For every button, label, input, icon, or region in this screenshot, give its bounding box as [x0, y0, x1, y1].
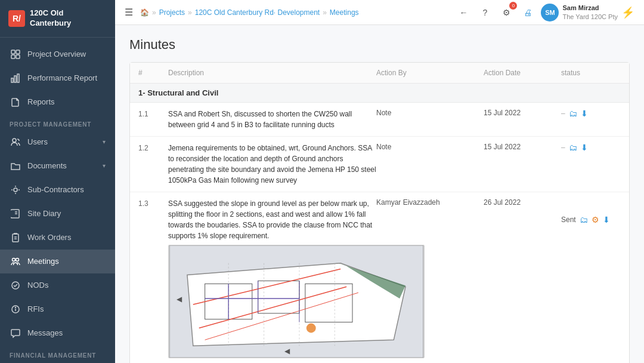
sidebar-item-label: Documents	[27, 161, 103, 170]
col-description: Description	[168, 69, 376, 77]
row-action-by: Note	[376, 109, 484, 117]
sidebar-navigation: Project Overview Performance Report Repo…	[0, 38, 115, 363]
sidebar-item-documents[interactable]: Documents ▾	[0, 154, 115, 178]
svg-point-15	[16, 258, 19, 261]
col-num: #	[138, 69, 168, 77]
book-icon	[10, 208, 21, 220]
download-icon[interactable]: ⬇	[581, 109, 588, 118]
row-action-date: 15 Jul 2022	[484, 143, 561, 151]
svg-point-19	[16, 307, 16, 307]
sidebar-item-reports[interactable]: Reports	[0, 90, 115, 114]
row-number: 1.3	[138, 198, 168, 241]
meetings-icon	[10, 256, 21, 267]
help-button[interactable]: ?	[476, 4, 493, 21]
row-number: 1.2	[138, 143, 168, 152]
row-action-icons: 🗂 ⬇	[569, 143, 588, 152]
sidebar-item-nods[interactable]: NODs	[0, 273, 115, 297]
sidebar-item-label: Performance Report	[27, 73, 106, 82]
row-action-date: 15 Jul 2022	[484, 109, 561, 117]
floor-plan-image: ◀ ◀	[168, 245, 425, 358]
settings-badge-container: ⚙ 0	[498, 4, 515, 21]
svg-point-7	[13, 139, 16, 142]
home-icon[interactable]: 🏠	[140, 8, 149, 17]
row-status-cell: – 🗂 ⬇	[561, 143, 621, 152]
sidebar-item-performance-report[interactable]: Performance Report	[0, 66, 115, 90]
sidebar-item-label: Sub-Contractors	[27, 185, 106, 194]
sidebar-item-rfis[interactable]: RFIs	[0, 297, 115, 321]
sidebar-item-label: Users	[27, 137, 103, 146]
section-financial-management: FINANCIAL MANAGEMENT	[0, 345, 115, 361]
row-action-icons: 🗂 ⚙ ⬇	[580, 215, 610, 224]
svg-rect-6	[17, 74, 19, 82]
breadcrumb: 🏠 » Projects » 120C Old Canterbury Rd· D…	[140, 8, 455, 17]
table-header: # Description Action By Action Date stat…	[130, 63, 629, 84]
svg-point-36	[306, 324, 316, 333]
tool-icon	[10, 184, 21, 196]
breadcrumb-development[interactable]: 120C Old Canterbury Rd· Development	[195, 8, 320, 17]
app-logo-icon: R/	[8, 10, 25, 27]
row-status-cell: Sent 🗂 ⚙ ⬇	[561, 198, 621, 241]
svg-text:◀: ◀	[177, 295, 182, 303]
content-area: Minutes # Description Action By Action D…	[115, 25, 644, 363]
avatar: SM	[541, 4, 559, 21]
topbar: ☰ 🏠 » Projects » 120C Old Canterbury Rd·…	[115, 0, 644, 25]
sidebar-item-label: Site Diary	[27, 209, 106, 218]
svg-text:◀: ◀	[284, 347, 290, 355]
chevron-down-icon: ▾	[103, 139, 106, 145]
row-number: 1.1	[138, 109, 168, 118]
sidebar-item-label: Reports	[27, 97, 106, 106]
settings-badge-count: 0	[509, 2, 517, 10]
sidebar-item-label: Project Overview	[27, 50, 106, 59]
edit-icon[interactable]: ⚙	[592, 215, 599, 224]
back-button[interactable]: ←	[455, 4, 472, 21]
breadcrumb-meetings[interactable]: Meetings	[330, 8, 359, 17]
section-structural-civil: 1- Structural and Civil	[130, 84, 629, 103]
svg-rect-11	[13, 234, 18, 242]
hamburger-icon[interactable]: ☰	[125, 7, 133, 18]
sidebar-item-meetings[interactable]: Meetings	[0, 250, 115, 273]
sidebar-item-label: Messages	[27, 328, 106, 337]
sidebar-item-label: RFIs	[27, 304, 106, 313]
user-info: SM Sam Mirzad The Yard 120C Pty ⚡	[541, 4, 634, 21]
table-row: 1.2 Jemena requirements to be obtained, …	[130, 137, 629, 192]
main-area: ☰ 🏠 » Projects » 120C Old Canterbury Rd·…	[115, 0, 644, 363]
sidebar-item-label: Meetings	[27, 257, 106, 266]
rfi-icon	[10, 303, 21, 315]
chart-icon	[10, 72, 21, 84]
breadcrumb-projects[interactable]: Projects	[159, 8, 185, 17]
minutes-table: # Description Action By Action Date stat…	[129, 62, 630, 363]
row-action-by: Note	[376, 143, 484, 151]
sidebar-item-site-diary[interactable]: Site Diary	[0, 202, 115, 226]
user-menu-icon[interactable]: ⚡	[621, 6, 634, 19]
sidebar-logo: R/ 120C Old Canterbury	[0, 0, 115, 38]
sidebar: R/ 120C Old Canterbury Project Overview …	[0, 0, 115, 363]
status-value: –	[561, 143, 565, 152]
table-row: 1.3 SSA suggested the slope in ground le…	[130, 192, 629, 363]
sidebar-item-messages[interactable]: Messages	[0, 321, 115, 345]
sidebar-item-sub-contractors[interactable]: Sub-Contractors	[0, 178, 115, 202]
download-icon[interactable]: ⬇	[603, 215, 610, 224]
image-container: ◀ ◀	[130, 241, 629, 363]
sidebar-item-project-overview[interactable]: Project Overview	[0, 42, 115, 66]
svg-rect-0	[11, 50, 15, 54]
user-details: Sam Mirzad The Yard 120C Pty	[562, 4, 618, 21]
svg-rect-5	[14, 76, 16, 82]
sidebar-item-users[interactable]: Users ▾	[0, 130, 115, 154]
row-description: Jemena requirements to be obtained, wrt,…	[168, 143, 376, 186]
svg-rect-4	[11, 78, 13, 82]
sidebar-item-label: Work Orders	[27, 233, 106, 242]
grid-icon	[10, 48, 21, 60]
section-project-management: PROJECT MANAGEMENT	[0, 114, 115, 130]
svg-rect-1	[16, 50, 20, 54]
svg-rect-3	[16, 55, 20, 59]
clipboard-icon	[10, 232, 21, 244]
folder-action-icon[interactable]: 🗂	[569, 143, 577, 152]
svg-rect-2	[11, 55, 15, 59]
folder-action-icon[interactable]: 🗂	[580, 215, 588, 224]
sidebar-item-label: NODs	[27, 281, 106, 290]
folder-action-icon[interactable]: 🗂	[569, 109, 577, 118]
sidebar-item-work-orders[interactable]: Work Orders	[0, 226, 115, 250]
print-button[interactable]: 🖨	[519, 4, 536, 21]
download-icon[interactable]: ⬇	[581, 143, 588, 152]
table-row: 1.1 SSA and Robert Sh, discussed to shor…	[130, 103, 629, 137]
